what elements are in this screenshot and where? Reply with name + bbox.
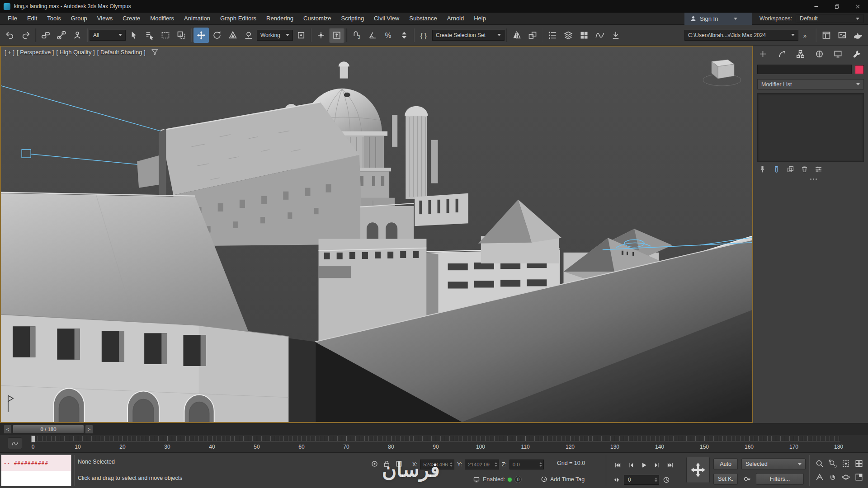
key-filters-dropdown[interactable]: Selected bbox=[741, 458, 806, 470]
pan-button[interactable] bbox=[826, 470, 839, 484]
align-button[interactable] bbox=[525, 28, 540, 43]
tab-motion[interactable] bbox=[815, 50, 825, 60]
undo-button[interactable] bbox=[2, 28, 18, 43]
window-crossing-toggle[interactable] bbox=[174, 28, 189, 43]
bind-to-space-warp-button[interactable] bbox=[70, 28, 85, 43]
snap-toggle-3d[interactable]: 3 bbox=[349, 28, 364, 43]
minimize-button[interactable] bbox=[806, 0, 826, 13]
absolute-offset-toggle[interactable] bbox=[395, 460, 403, 468]
auto-key-toggle[interactable]: Auto bbox=[713, 458, 738, 470]
track-bar[interactable]: 0102030405060708090100110120130140150160… bbox=[0, 435, 868, 453]
close-button[interactable] bbox=[847, 0, 868, 13]
maxscript-mini-listener[interactable]: -- ########## bbox=[1, 455, 71, 486]
menu-views[interactable]: Views bbox=[92, 13, 118, 24]
select-object-button[interactable] bbox=[126, 28, 142, 43]
add-time-tag[interactable]: Add Time Tag bbox=[541, 476, 585, 483]
tab-utilities[interactable] bbox=[853, 50, 863, 60]
select-by-name-button[interactable] bbox=[142, 28, 157, 43]
menu-scripting[interactable]: Scripting bbox=[336, 13, 369, 24]
viewport-canvas[interactable] bbox=[1, 47, 752, 422]
schematic-view-button[interactable] bbox=[608, 28, 623, 43]
maximize-button[interactable] bbox=[826, 0, 847, 13]
previous-frame-button[interactable] bbox=[624, 459, 637, 471]
spinner[interactable] bbox=[495, 462, 497, 467]
z-coordinate-field[interactable]: 0.0 bbox=[509, 460, 544, 469]
viewport-menu-shading[interactable]: [ Default Shading ] bbox=[97, 49, 146, 56]
select-and-rotate-button[interactable] bbox=[209, 28, 225, 43]
current-frame-field[interactable]: 0 bbox=[624, 475, 659, 485]
make-unique-button[interactable] bbox=[787, 165, 796, 174]
selection-filter-dropdown[interactable]: All bbox=[90, 30, 126, 41]
viewport-menu-quality[interactable]: [ High Quality ] bbox=[56, 49, 94, 56]
degradation-badge[interactable]: 0 bbox=[514, 476, 522, 483]
select-and-place-button[interactable] bbox=[241, 28, 256, 43]
render-setup-button[interactable] bbox=[819, 28, 834, 43]
object-color-swatch[interactable] bbox=[855, 65, 864, 74]
percent-snap-toggle[interactable]: % bbox=[381, 28, 396, 43]
rectangular-selection-region-button[interactable] bbox=[158, 28, 173, 43]
menu-animation[interactable]: Animation bbox=[179, 13, 215, 24]
project-folder-dropdown[interactable]: C:\Users\Ibrah...s\3ds Max 2024 bbox=[684, 30, 798, 41]
viewport-menu-pov[interactable]: [ Perspective ] bbox=[17, 49, 54, 56]
y-coordinate-field[interactable]: 21402.09 bbox=[465, 460, 499, 469]
select-and-link-button[interactable] bbox=[38, 28, 53, 43]
menu-rendering[interactable]: Rendering bbox=[261, 13, 298, 24]
orbit-button[interactable] bbox=[839, 470, 852, 484]
select-and-scale-button[interactable] bbox=[225, 28, 241, 43]
remove-modifier-button[interactable] bbox=[801, 165, 810, 174]
next-frame-button[interactable] bbox=[651, 459, 664, 471]
menu-help[interactable]: Help bbox=[469, 13, 491, 24]
spinner-snap-toggle[interactable] bbox=[396, 28, 412, 43]
show-end-result-toggle[interactable] bbox=[773, 165, 782, 174]
tab-hierarchy[interactable] bbox=[796, 50, 806, 60]
menu-modifiers[interactable]: Modifiers bbox=[145, 13, 179, 24]
zoom-extents-all-button[interactable] bbox=[852, 457, 865, 470]
selection-lock-toggle[interactable] bbox=[383, 460, 391, 468]
filters-button[interactable]: Filters... bbox=[756, 473, 804, 485]
tab-create[interactable] bbox=[759, 50, 769, 60]
toggle-scene-explorer-button[interactable] bbox=[545, 28, 560, 43]
angle-snap-toggle[interactable] bbox=[365, 28, 380, 43]
panel-splitter[interactable] bbox=[753, 176, 868, 182]
macro-recorder-row[interactable]: -- ########## bbox=[1, 455, 71, 471]
go-to-end-button[interactable] bbox=[664, 459, 677, 471]
select-and-move-button[interactable] bbox=[193, 28, 209, 43]
viewport-menu-general[interactable]: [ + ] bbox=[5, 49, 14, 56]
menu-group[interactable]: Group bbox=[66, 13, 92, 24]
spinner[interactable] bbox=[450, 462, 453, 467]
toggle-ribbon-button[interactable] bbox=[576, 28, 592, 43]
zoom-button[interactable] bbox=[813, 457, 826, 470]
object-name-field[interactable] bbox=[757, 65, 852, 74]
sign-in-button[interactable]: Sign In bbox=[684, 13, 752, 25]
menu-civil-view[interactable]: Civil View bbox=[369, 13, 404, 24]
set-key-mode-button[interactable]: Set K. bbox=[713, 473, 738, 485]
render-production-button[interactable] bbox=[850, 28, 866, 43]
maximize-viewport-toggle[interactable] bbox=[852, 470, 865, 484]
set-keys-button[interactable] bbox=[686, 457, 710, 483]
keyboard-shortcut-override-toggle[interactable] bbox=[329, 28, 344, 43]
menu-file[interactable]: File bbox=[3, 13, 22, 24]
tab-display[interactable] bbox=[834, 50, 844, 60]
key-filter-button[interactable] bbox=[743, 475, 752, 484]
curve-editor-button[interactable] bbox=[592, 28, 608, 43]
edit-named-selection-sets-button[interactable]: { } bbox=[416, 28, 432, 43]
key-mode-toggle[interactable] bbox=[611, 474, 622, 485]
menu-arnold[interactable]: Arnold bbox=[442, 13, 469, 24]
configure-modifier-sets-button[interactable] bbox=[815, 165, 824, 174]
mirror-button[interactable] bbox=[509, 28, 524, 43]
toolbar-overflow-button[interactable]: » bbox=[799, 28, 814, 43]
play-animation-button[interactable] bbox=[637, 459, 651, 471]
field-of-view-button[interactable] bbox=[813, 470, 826, 484]
tab-modify[interactable] bbox=[778, 50, 788, 60]
go-to-start-button[interactable] bbox=[611, 459, 624, 471]
time-slider-prev-button[interactable]: < bbox=[4, 425, 12, 434]
time-configuration-button[interactable] bbox=[661, 474, 672, 485]
unlink-selection-button[interactable] bbox=[54, 28, 69, 43]
menu-customize[interactable]: Customize bbox=[298, 13, 336, 24]
modifier-list-dropdown[interactable]: Modifier List bbox=[757, 79, 864, 89]
menu-graph-editors[interactable]: Graph Editors bbox=[215, 13, 261, 24]
toggle-layer-explorer-button[interactable] bbox=[561, 28, 576, 43]
listener-row[interactable] bbox=[1, 471, 71, 486]
redo-button[interactable] bbox=[18, 28, 33, 43]
time-slider-next-button[interactable]: > bbox=[85, 425, 93, 434]
